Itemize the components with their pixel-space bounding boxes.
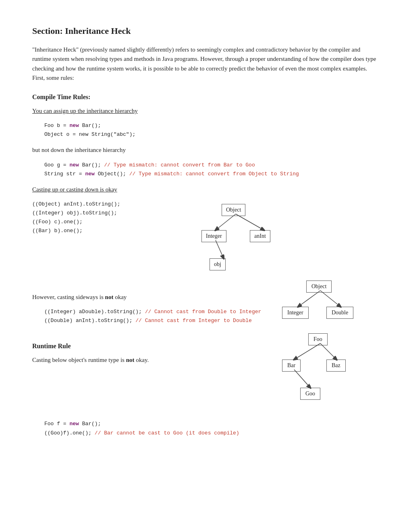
code-line-2b: String str = new Object(); // Type misma… — [44, 171, 299, 177]
code-line-1a: Foo b = new Bar(); — [44, 123, 101, 129]
svg-line-0 — [216, 214, 236, 230]
sw-double-box: Double — [326, 307, 353, 319]
code-line-3c: ((Foo) c).one(); — [32, 219, 83, 225]
rt-bar-box: Bar — [282, 360, 301, 372]
code-line-3d: ((Bar) b).one(); — [32, 228, 83, 234]
rule1-note: but not down the inheritance hierarchy — [32, 145, 379, 155]
cast-diagram: Object Integer anInt obj ((Object) anInt… — [32, 200, 379, 293]
rt-baz-box: Baz — [326, 360, 346, 372]
rt-goo-box: Goo — [300, 388, 320, 400]
cast-arrows-svg — [193, 200, 314, 293]
rt-arrows-svg — [274, 333, 379, 414]
code-line-4a: ((Integer) aDouble).toString(); // Canno… — [44, 309, 261, 315]
code-block-5: Foo f = new Bar(); ((Goo)f).one(); // Ba… — [44, 420, 379, 437]
code-line-4b: ((Double) anInt).toString(); // Cannot c… — [44, 318, 252, 324]
sw-object-box: Object — [306, 281, 332, 293]
code-block-2: Goo g = new Bar(); // Type mismatch: can… — [44, 161, 379, 179]
code-line-2a: Goo g = new Bar(); // Type mismatch: can… — [44, 162, 255, 168]
rule1-label: You can assign up the inheritance hierar… — [32, 106, 379, 116]
sideways-section: Object Integer Double However, casting s… — [32, 293, 379, 332]
runtime-label-text: Casting below object's runtime type is — [32, 357, 125, 363]
svg-line-3 — [298, 291, 320, 307]
runtime-bold: not — [126, 357, 135, 363]
svg-line-2 — [236, 214, 264, 230]
svg-line-7 — [294, 370, 310, 388]
runtime-diagram: Foo Bar Baz Goo — [274, 333, 379, 414]
sideways-diagram: Object Integer Double — [274, 281, 379, 329]
svg-line-5 — [294, 343, 320, 360]
compile-time-heading: Compile Time Rules: — [32, 92, 379, 102]
cast-anint-box: anInt — [250, 230, 270, 242]
svg-line-6 — [320, 343, 336, 360]
runtime-section: Foo Bar Baz Goo Runtime Rule Casting bel… — [32, 341, 379, 414]
cast-integer-box: Integer — [201, 230, 226, 242]
code-line-5a: Foo f = new Bar(); — [44, 421, 101, 427]
code-line-3b: ((Integer) obj).toString(); — [32, 210, 117, 216]
cast-object-box: Object — [222, 204, 245, 216]
rule3-after: okay — [115, 294, 127, 300]
page-title: Section: Inheritance Heck — [32, 24, 379, 38]
rule2-label: Casting up or casting down is okay — [32, 185, 379, 194]
svg-line-4 — [320, 291, 340, 307]
code-line-1b: Object o = new String("abc"); — [44, 131, 135, 137]
code-line-3a: ((Object) anInt).toString(); — [32, 201, 120, 207]
sw-integer-box: Integer — [282, 307, 309, 319]
rule3-bold: not — [105, 294, 114, 300]
runtime-after: okay. — [136, 357, 149, 363]
cast-obj-box: obj — [210, 258, 226, 270]
rt-foo-box: Foo — [308, 333, 328, 345]
intro-paragraph: "Inheritance Heck" (previously named sli… — [32, 45, 379, 83]
svg-line-1 — [216, 240, 224, 258]
rule3-label: However, casting sideways is — [32, 294, 104, 300]
code-line-5b: ((Goo)f).one(); // Bar cannot be cast to… — [44, 430, 239, 436]
code-block-1: Foo b = new Bar(); Object o = new String… — [44, 121, 379, 139]
code-block-3: ((Object) anInt).toString(); ((Integer) … — [32, 200, 120, 235]
